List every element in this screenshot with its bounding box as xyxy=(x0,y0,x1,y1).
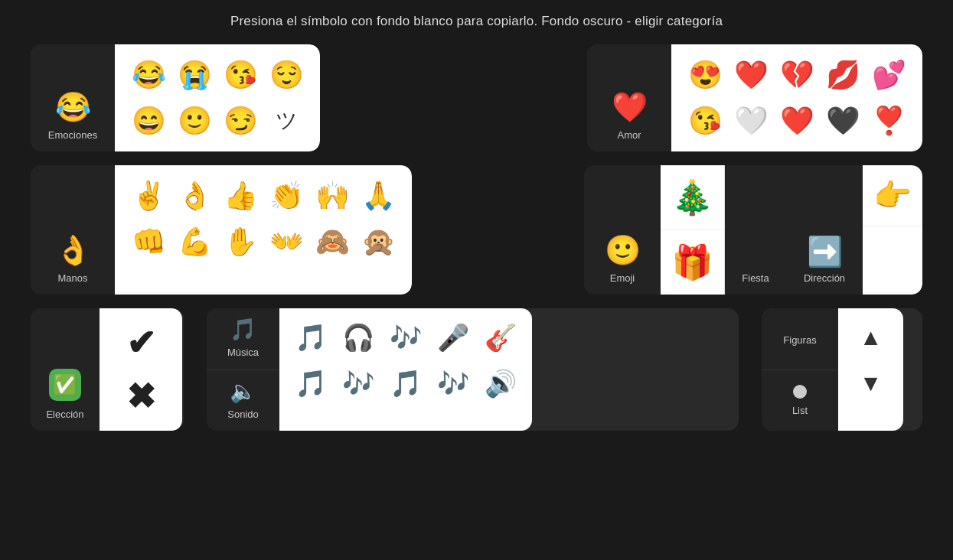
direccion-icon: ➡️ xyxy=(807,237,843,266)
sonido-name: Sonido xyxy=(227,409,258,420)
sonido-label-item[interactable]: 🔈 Sonido xyxy=(207,370,279,431)
manos-label[interactable]: 👌 Manos xyxy=(31,165,115,295)
emoji-cross[interactable]: ✖ xyxy=(126,376,156,417)
musica-emojis: 🎵 🎧 🎶 🎤 🎸 🎵 🎶 🎵 🎶 🔊 xyxy=(279,308,532,431)
eleccion-emojis: ✔ ✖ xyxy=(100,308,182,431)
emoji-kiss[interactable]: 😘 xyxy=(217,56,264,94)
emoji-notes[interactable]: 🎵 xyxy=(295,322,327,353)
emoji-openhand[interactable]: 👐 xyxy=(263,223,310,261)
fiesta-name: Fiesta xyxy=(742,272,769,284)
emoji-section-icon: 🙂 xyxy=(605,236,641,265)
manos-name: Manos xyxy=(57,272,87,284)
emoji-speak-no-evil[interactable]: 🙊 xyxy=(355,223,402,261)
emoji-excl-heart[interactable]: ❣️ xyxy=(866,102,912,140)
gift-box[interactable]: 🎁 xyxy=(661,230,724,295)
emoji-headphones[interactable]: 🎧 xyxy=(342,322,374,353)
emoji-music[interactable]: 🎶 xyxy=(390,322,422,353)
musica-label-item[interactable]: 🎵 Música xyxy=(207,308,279,370)
green-check-icon: ✅ xyxy=(49,369,81,401)
list-circle-icon xyxy=(793,385,807,399)
emoji-pray[interactable]: 🙏 xyxy=(355,177,402,215)
emoji-fist[interactable]: 👊 xyxy=(126,223,172,261)
manos-emojis: ✌️ 👌 👍 👏 🙌 🙏 👊 💪 ✋ 👐 🙈 🙊 xyxy=(115,165,412,295)
emoji-section-name: Emoji xyxy=(610,272,635,284)
emoji-black-heart[interactable]: 🖤 xyxy=(820,102,867,140)
figuras-emojis: ▲ ▼ xyxy=(838,308,903,431)
eleccion-name: Elección xyxy=(46,409,83,420)
emoji-section[interactable]: 🙂 Emoji xyxy=(584,165,661,295)
manos-icon: 👌 xyxy=(55,236,91,265)
figuras-label-item[interactable]: Figuras xyxy=(762,308,838,370)
emoji-relieved[interactable]: 😌 xyxy=(263,56,310,94)
emoji-laughing[interactable]: 😂 xyxy=(126,56,172,94)
amor-name: Amor xyxy=(617,129,641,141)
header: Presiona el símbolo con fondo blanco par… xyxy=(0,0,953,37)
direccion-name: Dirección xyxy=(804,272,845,284)
emoji-hand[interactable]: ✋ xyxy=(217,223,264,261)
figuras-labels: Figuras List xyxy=(762,308,838,431)
emoji-note3[interactable]: 🎵 xyxy=(390,368,422,399)
list-label-item[interactable]: List xyxy=(762,370,838,431)
emoji-fiesta-card: 🙂 Emoji 🎄 🎁 Fiesta ➡️ Dirección 👉 ➳ xyxy=(584,165,922,295)
emociones-icon: 😂 xyxy=(55,93,91,122)
fiesta-section[interactable]: Fiesta xyxy=(725,165,786,295)
emoji-see-no-evil[interactable]: 🙈 xyxy=(309,223,356,261)
musica-icon: 🎵 xyxy=(230,319,256,340)
sonido-icon: 🔈 xyxy=(230,381,256,402)
musica-card: 🎵 Música 🔈 Sonido 🎵 🎧 🎶 🎤 🎸 🎵 🎶 🎵 🎶 xyxy=(207,308,739,431)
emoji-lips[interactable]: 💋 xyxy=(820,56,867,94)
emoji-heart-eyes[interactable]: 😍 xyxy=(682,56,729,94)
header-text: Presiona el símbolo con fondo blanco par… xyxy=(230,14,723,28)
emoji-smirk[interactable]: 😏 xyxy=(217,102,264,140)
figuras-card: Figuras List ▲ ▼ xyxy=(762,308,922,431)
emociones-label[interactable]: 😂 Emociones xyxy=(31,44,115,151)
musica-labels: 🎵 Música 🔈 Sonido xyxy=(207,308,279,431)
emociones-emojis: 😂 😭 😘 😌 😄 🙂 😏 ツ xyxy=(115,44,320,151)
christmas-col: 🎄 🎁 xyxy=(661,165,725,295)
list-name: List xyxy=(792,405,808,416)
emoji-smile[interactable]: 🙂 xyxy=(171,102,218,140)
direccion-emojis: 👉 ➳ xyxy=(863,165,922,295)
emoji-kiss-face[interactable]: 😘 xyxy=(682,102,729,140)
emoji-arrow-right[interactable]: ➳ xyxy=(863,226,922,278)
emoji-finger-right[interactable]: 👉 xyxy=(863,165,922,226)
emoji-speaker[interactable]: 🔊 xyxy=(485,368,517,399)
emoji-triangle-down[interactable]: ▼ xyxy=(860,370,883,396)
emoji-thumbsup[interactable]: 👍 xyxy=(217,177,264,215)
emoji-triangle-up[interactable]: ▲ xyxy=(860,324,883,350)
emoji-grin[interactable]: 😄 xyxy=(126,102,172,140)
emociones-name: Emociones xyxy=(48,129,97,141)
amor-label[interactable]: ❤️ Amor xyxy=(587,44,671,151)
emoji-white-heart[interactable]: 🤍 xyxy=(728,102,775,140)
emoji-katakana[interactable]: ツ xyxy=(269,103,304,138)
emoji-raised-hands[interactable]: 🙌 xyxy=(309,177,356,215)
emoji-peace[interactable]: ✌️ xyxy=(126,177,172,215)
amor-icon: ❤️ xyxy=(612,93,648,122)
amor-card: ❤️ Amor 😍 ❤️ 💔 💋 💕 😘 🤍 ❤️ 🖤 ❣️ xyxy=(587,44,922,151)
emoji-note1[interactable]: 🎵 xyxy=(295,368,327,399)
amor-emojis: 😍 ❤️ 💔 💋 💕 😘 🤍 ❤️ 🖤 ❣️ xyxy=(671,44,922,151)
emoji-note4[interactable]: 🎶 xyxy=(437,368,469,399)
emoji-crying[interactable]: 😭 xyxy=(171,56,218,94)
emoji-note2[interactable]: 🎶 xyxy=(342,368,374,399)
emoji-muscle[interactable]: 💪 xyxy=(171,223,218,261)
emoji-mic[interactable]: 🎤 xyxy=(437,322,469,353)
eleccion-label[interactable]: ✅ Elección xyxy=(31,308,100,431)
christmas-tree[interactable]: 🎄 xyxy=(661,165,724,230)
emoji-red-heart[interactable]: ❤️ xyxy=(728,56,775,94)
emoji-red-heart2[interactable]: ❤️ xyxy=(774,102,821,140)
emoji-clap[interactable]: 👏 xyxy=(263,177,310,215)
emoji-two-hearts[interactable]: 💕 xyxy=(866,56,912,94)
eleccion-card: ✅ Elección ✔ ✖ xyxy=(31,308,184,431)
emoji-ok[interactable]: 👌 xyxy=(171,177,218,215)
emoji-checkmark[interactable]: ✔ xyxy=(126,322,156,363)
manos-card: 👌 Manos ✌️ 👌 👍 👏 🙌 🙏 👊 💪 ✋ 👐 🙈 🙊 xyxy=(31,165,412,295)
emoji-broken-heart[interactable]: 💔 xyxy=(774,56,821,94)
emoji-guitar[interactable]: 🎸 xyxy=(485,322,517,353)
musica-name: Música xyxy=(227,347,259,358)
emociones-card: 😂 Emociones 😂 😭 😘 😌 😄 🙂 😏 ツ xyxy=(31,44,320,151)
figuras-name: Figuras xyxy=(783,334,816,346)
direccion-section[interactable]: ➡️ Dirección xyxy=(786,165,863,295)
